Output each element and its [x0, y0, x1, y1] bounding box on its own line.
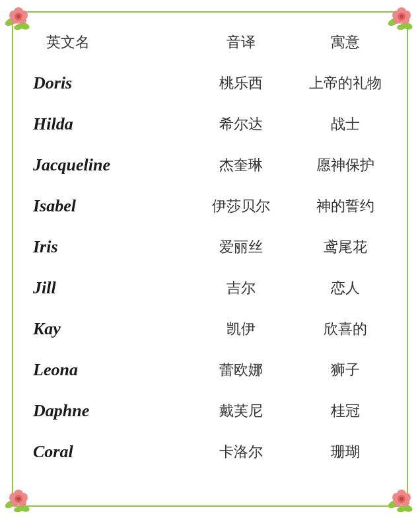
cell-english: Hilda — [33, 114, 178, 134]
cell-meaning: 愿神保护 — [304, 155, 387, 175]
cell-english: Isabel — [33, 196, 178, 216]
table-row: Daphne戴芙尼桂冠 — [20, 390, 400, 431]
cell-english: Iris — [33, 237, 178, 257]
svg-point-43 — [400, 497, 403, 501]
table-row: Jacqueline杰奎琳愿神保护 — [20, 145, 400, 186]
cell-phonetic: 戴芙尼 — [178, 401, 304, 421]
table-row: Doris桃乐西上帝的礼物 — [20, 63, 400, 104]
cell-meaning: 战士 — [304, 114, 387, 134]
cell-meaning: 桂冠 — [304, 401, 387, 421]
table-row: Leona蕾欧娜狮子 — [20, 350, 400, 390]
svg-point-10 — [17, 15, 20, 18]
name-table: 英文名 音译 寓意 Doris桃乐西上帝的礼物Hilda希尔达战士Jacquel… — [13, 13, 407, 505]
table-row: Iris爱丽丝鸢尾花 — [20, 227, 400, 268]
cell-english: Daphne — [33, 401, 178, 421]
corner-rose-tr — [386, 2, 417, 34]
cell-phonetic: 吉尔 — [178, 278, 304, 298]
col-header-meaning: 寓意 — [304, 32, 387, 52]
svg-point-32 — [17, 497, 20, 501]
cell-phonetic: 伊莎贝尔 — [178, 196, 304, 216]
cell-english: Doris — [33, 73, 178, 93]
cell-phonetic: 桃乐西 — [178, 73, 304, 93]
cell-phonetic: 希尔达 — [178, 114, 304, 134]
cell-phonetic: 凯伊 — [178, 319, 304, 339]
cell-meaning: 欣喜的 — [304, 319, 387, 339]
cell-meaning: 狮子 — [304, 360, 387, 380]
table-row: Coral卡洛尔珊瑚 — [20, 431, 400, 472]
corner-rose-br — [386, 484, 417, 516]
cell-english: Leona — [33, 360, 178, 380]
corner-rose-bl — [3, 484, 34, 516]
table-row: Hilda希尔达战士 — [20, 104, 400, 145]
cell-english: Jill — [33, 278, 178, 298]
table-row: Jill吉尔恋人 — [20, 268, 400, 309]
cell-english: Coral — [33, 442, 178, 462]
cell-phonetic: 爱丽丝 — [178, 237, 304, 257]
table-header: 英文名 音译 寓意 — [20, 26, 400, 59]
cell-english: Jacqueline — [33, 155, 178, 175]
table-row: Kay凯伊欣喜的 — [20, 309, 400, 350]
cell-phonetic: 蕾欧娜 — [178, 360, 304, 380]
svg-point-21 — [400, 15, 403, 18]
cell-english: Kay — [33, 319, 178, 339]
page-container: 英文名 音译 寓意 Doris桃乐西上帝的礼物Hilda希尔达战士Jacquel… — [12, 11, 408, 507]
cell-meaning: 神的誓约 — [304, 196, 387, 216]
cell-meaning: 珊瑚 — [304, 442, 387, 462]
cell-phonetic: 杰奎琳 — [178, 155, 304, 175]
cell-meaning: 上帝的礼物 — [304, 73, 387, 93]
cell-meaning: 恋人 — [304, 278, 387, 298]
table-row: Isabel伊莎贝尔神的誓约 — [20, 186, 400, 227]
col-header-english: 英文名 — [33, 32, 178, 52]
corner-rose-tl — [3, 2, 34, 34]
cell-meaning: 鸢尾花 — [304, 237, 387, 257]
col-header-phonetic: 音译 — [178, 32, 304, 52]
cell-phonetic: 卡洛尔 — [178, 442, 304, 462]
table-body: Doris桃乐西上帝的礼物Hilda希尔达战士Jacqueline杰奎琳愿神保护… — [20, 63, 400, 472]
